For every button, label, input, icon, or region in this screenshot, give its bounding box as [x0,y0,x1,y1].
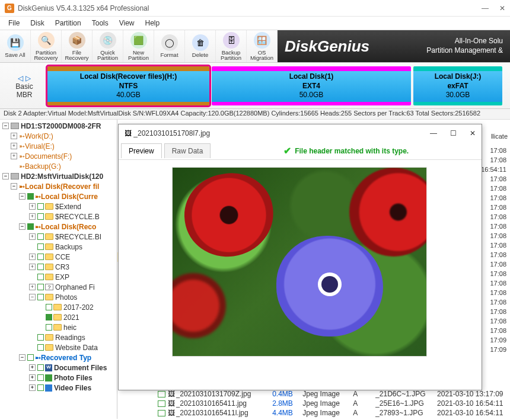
jpg-icon: 🖼 [168,390,176,398]
delete-button[interactable]: 🗑Delete [185,30,216,62]
menu-view[interactable]: View [114,18,139,28]
time-cell: 17:08 [479,204,510,213]
preview-status: ✔ File header matched with its type. [211,145,482,156]
time-cell: 17:08 [479,175,510,185]
preview-filename: _20210310151708l7.jpg [133,129,210,137]
row-checkbox[interactable] [158,410,165,416]
app-logo-icon: G [5,4,14,13]
file-row[interactable]: 🖼_20210310131709Z.jpg0.4MBJpeg ImageA_21… [117,389,510,399]
time-cell: 17:08 [479,261,510,270]
partition-block-h[interactable]: Local Disk(Recover files)(H:) NTFS 40.0G… [47,66,209,105]
toolbar: 💾Save All 🔍Partition Recovery 📦File Reco… [0,30,510,63]
file-row[interactable]: 🖼_20210310165411.jpg2.8MBJpeg ImageA_25E… [117,399,510,408]
hdd-icon [11,123,19,129]
partition-block-j[interactable]: Local Disk(J:) exFAT 30.0GB [413,66,502,105]
menu-file[interactable]: File [4,18,24,28]
time-cell: 17:08 [479,156,510,166]
time-cell: 17:08 [479,185,510,194]
time-cell: 17:08 [479,318,510,327]
time-cell: 17:08 [479,299,510,308]
preview-image [172,167,427,357]
time-cell: 17:09 [479,346,510,355]
tab-preview[interactable]: Preview [121,143,162,158]
time-cell: 17:08 [479,270,510,280]
time-cell: 16:54:11 [479,166,510,175]
file-recovery-button[interactable]: 📦File Recovery [62,30,93,62]
menu-disk[interactable]: Disk [26,18,49,28]
minimize-button[interactable]: — [482,4,489,12]
ring-icon: ◯ [161,34,178,51]
time-cell: 17:09 [479,336,510,346]
window-title: DiskGenius V5.4.3.1325 x64 Professional [18,4,149,12]
partition-recovery-button[interactable]: 🔍Partition Recovery [31,30,62,62]
preview-maximize-button[interactable]: ☐ [450,129,457,137]
menu-partition[interactable]: Partition [50,18,86,28]
close-button[interactable]: ✕ [499,4,505,12]
window-titlebar: G DiskGenius V5.4.3.1325 x64 Professiona… [0,0,510,17]
time-cell: 17:08 [479,280,510,289]
file-list[interactable]: 🖼_20210310131709Z.jpg0.4MBJpeg ImageA_21… [117,389,510,419]
time-cell: 17:08 [479,147,510,156]
time-cell: 17:08 [479,289,510,299]
disk-info-bar: Disk 2 Adapter:Virtual Model:MsftVirtual… [0,109,510,120]
migrate-icon: 🪟 [254,32,270,49]
directory-tree[interactable]: −HD1:ST2000DM008-2FR +➵ Work(D:) +➵ Viru… [0,120,117,419]
word-icon: W [45,364,52,371]
time-cell: 17:08 [479,232,510,242]
row-checkbox[interactable] [158,391,165,397]
time-cell: 17:08 [479,213,510,223]
save-all-button[interactable]: 💾Save All [0,30,31,62]
menu-tools[interactable]: Tools [87,18,113,28]
backup-icon: 🗄 [223,32,240,49]
banner-brand: DiskGenius [285,37,369,56]
prev-disk-icon[interactable]: ◁ [18,74,23,82]
box-icon: 📦 [69,32,85,49]
time-cell: 17:08 [479,223,510,232]
video-icon [45,384,52,392]
stack-icon: 🟩 [130,32,147,49]
disk-map-nav: ◁ ▷ Basic MBR [4,73,45,99]
disc-icon: 💿 [100,32,116,49]
trash-icon: 🗑 [192,34,209,51]
file-row[interactable]: 🖼_20210310165411l.jpg4.4MBJpeg ImageA_27… [117,408,510,418]
quick-partition-button[interactable]: 💿Quick Partition [93,30,123,62]
menu-help[interactable]: Help [141,18,165,28]
os-migration-button[interactable]: 🪟OS Migration [247,30,278,62]
tab-raw-data[interactable]: Raw Data [164,143,211,158]
save-icon: 💾 [7,34,24,51]
row-checkbox[interactable] [158,400,165,407]
jpg-icon: 🖼 [168,409,176,417]
preview-minimize-button[interactable]: — [430,129,437,137]
preview-close-button[interactable]: ✕ [470,129,476,137]
time-cell: 17:08 [479,251,510,261]
search-icon: 🔍 [38,32,55,49]
next-disk-icon[interactable]: ▷ [26,74,31,82]
new-partition-button[interactable]: 🟩New Partition [123,30,154,62]
time-cell: 17:08 [479,194,510,204]
backup-partition-button[interactable]: 🗄Backup Partition [216,30,247,62]
partition-block-1[interactable]: Local Disk(1) EXT4 50.0GB [212,66,411,105]
brand-banner: DiskGenius All-In-One SoluPartition Mana… [278,30,510,62]
disk-map: ◁ ▷ Basic MBR Local Disk(Recover files)(… [0,63,510,109]
time-cell: 17:08 [479,242,510,251]
file-icon: 🖼 [125,129,132,137]
preview-dialog: 🖼 _20210310151708l7.jpg — ☐ ✕ Preview Ra… [118,124,482,390]
check-icon: ✔ [283,145,291,156]
hdd-icon [11,173,19,179]
time-cell: 17:08 [479,327,510,336]
menu-bar: File Disk Partition Tools View Help [0,17,510,30]
jpg-icon: 🖼 [168,399,176,408]
time-column: llicate 17:0817:0816:54:1117:0817:0817:0… [479,147,510,355]
photo-icon [45,374,52,381]
time-cell: 17:08 [479,308,510,318]
format-button[interactable]: ◯Format [154,30,185,62]
